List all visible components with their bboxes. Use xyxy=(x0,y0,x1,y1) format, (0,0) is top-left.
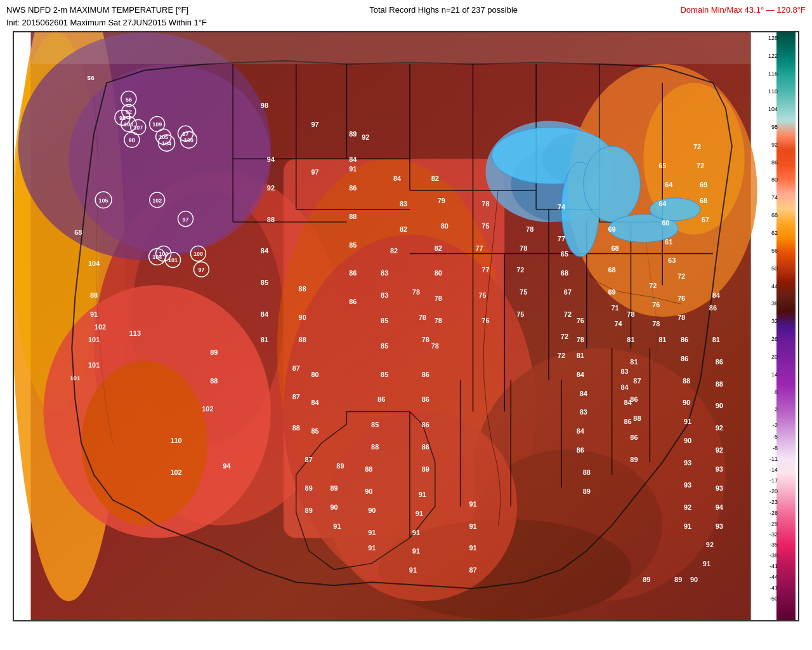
svg-text:81: 81 xyxy=(627,336,634,343)
svg-text:85: 85 xyxy=(381,342,388,350)
svg-text:65: 65 xyxy=(658,162,666,169)
svg-text:86: 86 xyxy=(422,395,429,403)
legend-98: 98 xyxy=(771,124,778,130)
temperature-map: 56 95 92 100 98 107 109 105 104 97 100 1… xyxy=(14,32,798,620)
legend-26: 26 xyxy=(771,336,778,342)
svg-text:86: 86 xyxy=(624,418,631,425)
legend-neg14: -14 xyxy=(769,467,778,473)
svg-text:100: 100 xyxy=(184,137,193,143)
title-line1: NWS NDFD 2-m MAXIMUM TEMPERATURE [°F] xyxy=(6,4,207,17)
svg-text:74: 74 xyxy=(614,320,622,328)
svg-text:78: 78 xyxy=(520,244,527,252)
svg-text:89: 89 xyxy=(643,576,650,583)
svg-text:80: 80 xyxy=(311,371,319,378)
svg-text:89: 89 xyxy=(336,462,344,470)
svg-text:84: 84 xyxy=(349,156,357,163)
svg-text:83: 83 xyxy=(400,200,407,208)
svg-text:104: 104 xyxy=(162,140,171,147)
svg-text:80: 80 xyxy=(435,269,442,277)
svg-text:88: 88 xyxy=(683,377,690,385)
svg-text:90: 90 xyxy=(299,314,306,321)
svg-text:81: 81 xyxy=(630,358,638,366)
svg-text:88: 88 xyxy=(716,380,723,388)
svg-text:88: 88 xyxy=(210,377,218,385)
legend-20: 20 xyxy=(771,354,778,360)
svg-text:67: 67 xyxy=(702,216,709,223)
title-line2: Init: 2015062601 Maximum Sat 27JUN2015 W… xyxy=(6,17,207,29)
svg-text:104: 104 xyxy=(159,251,168,257)
svg-text:84: 84 xyxy=(577,427,585,435)
svg-text:79: 79 xyxy=(438,197,445,204)
svg-text:97: 97 xyxy=(183,131,189,137)
svg-text:75: 75 xyxy=(516,310,524,318)
svg-text:88: 88 xyxy=(349,213,357,220)
svg-text:84: 84 xyxy=(712,291,721,299)
svg-text:88: 88 xyxy=(633,415,641,422)
svg-text:86: 86 xyxy=(349,298,357,305)
svg-text:91: 91 xyxy=(684,522,691,530)
svg-text:90: 90 xyxy=(684,437,691,444)
svg-text:78: 78 xyxy=(652,320,660,328)
svg-text:91: 91 xyxy=(469,544,476,552)
svg-text:100: 100 xyxy=(193,251,203,257)
legend-62: 62 xyxy=(771,230,778,236)
svg-text:89: 89 xyxy=(305,507,313,514)
legend-2: 2 xyxy=(775,406,778,413)
legend-122: 122 xyxy=(768,53,778,59)
svg-text:86: 86 xyxy=(422,371,429,378)
svg-text:91: 91 xyxy=(469,500,476,508)
svg-text:88: 88 xyxy=(90,291,98,299)
legend-neg11: -11 xyxy=(769,456,778,462)
svg-text:87: 87 xyxy=(305,456,313,463)
svg-text:93: 93 xyxy=(716,522,723,530)
header-title: NWS NDFD 2-m MAXIMUM TEMPERATURE [°F] In… xyxy=(6,4,207,29)
svg-text:101: 101 xyxy=(88,361,100,369)
svg-text:85: 85 xyxy=(371,421,379,428)
svg-text:91: 91 xyxy=(703,560,710,567)
svg-text:91: 91 xyxy=(469,522,476,530)
svg-text:92: 92 xyxy=(716,424,723,432)
svg-text:84: 84 xyxy=(577,371,585,378)
svg-text:75: 75 xyxy=(481,222,489,230)
svg-text:102: 102 xyxy=(202,405,213,413)
svg-text:89: 89 xyxy=(210,348,218,356)
legend-14: 14 xyxy=(771,371,778,378)
svg-text:61: 61 xyxy=(665,238,672,246)
svg-text:81: 81 xyxy=(261,336,268,343)
svg-text:67: 67 xyxy=(564,288,572,296)
svg-text:94: 94 xyxy=(223,462,231,470)
legend-neg41: -41 xyxy=(769,563,778,569)
legend-74: 74 xyxy=(771,194,778,201)
svg-text:85: 85 xyxy=(381,371,388,378)
svg-text:89: 89 xyxy=(630,456,638,463)
svg-text:87: 87 xyxy=(633,377,641,385)
svg-text:85: 85 xyxy=(349,241,357,249)
svg-text:94: 94 xyxy=(267,156,275,163)
svg-text:80: 80 xyxy=(441,222,449,230)
svg-text:77: 77 xyxy=(558,235,565,242)
svg-text:69: 69 xyxy=(608,288,616,296)
svg-text:113: 113 xyxy=(129,329,141,337)
svg-text:77: 77 xyxy=(475,244,483,252)
svg-text:86: 86 xyxy=(716,358,723,366)
svg-text:86: 86 xyxy=(422,421,429,428)
svg-text:98: 98 xyxy=(261,102,268,109)
svg-text:84: 84 xyxy=(311,399,320,406)
svg-text:89: 89 xyxy=(674,576,682,583)
svg-text:81: 81 xyxy=(712,336,720,343)
svg-text:68: 68 xyxy=(611,244,619,252)
svg-text:86: 86 xyxy=(577,446,584,454)
svg-text:97: 97 xyxy=(311,121,319,128)
svg-text:84: 84 xyxy=(620,383,629,391)
svg-text:91: 91 xyxy=(412,529,420,536)
legend-neg2: -2 xyxy=(773,422,778,428)
svg-text:86: 86 xyxy=(630,434,638,441)
svg-text:68: 68 xyxy=(608,266,616,274)
svg-text:93: 93 xyxy=(684,481,691,489)
svg-text:87: 87 xyxy=(469,566,476,574)
svg-text:84: 84 xyxy=(624,399,632,406)
svg-text:78: 78 xyxy=(481,200,489,208)
legend-neg5: -5 xyxy=(773,434,778,440)
svg-text:90: 90 xyxy=(690,576,698,583)
legend-neg32: -32 xyxy=(769,531,778,538)
